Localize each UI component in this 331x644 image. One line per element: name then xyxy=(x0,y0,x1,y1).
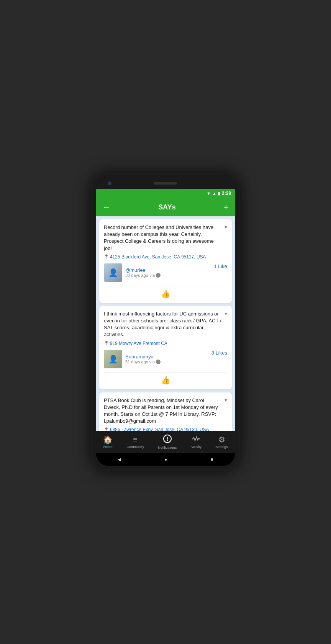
page-title: SAYs xyxy=(158,203,175,211)
back-button[interactable]: ← xyxy=(102,202,111,212)
post-header: PTSA Book Club is reading, Mindset by Ca… xyxy=(104,397,227,425)
like-button-row: 👍 xyxy=(104,286,227,298)
author-meta: 51 days ago via xyxy=(125,360,161,364)
post-text: I think most influencing factors for UC … xyxy=(104,311,221,338)
camera xyxy=(108,181,111,185)
globe-icon xyxy=(156,360,161,364)
location-pin-icon: 📍 xyxy=(104,254,109,259)
nav-label-notifications: Notifications xyxy=(158,446,177,449)
nav-item-home[interactable]: 🏠 Home xyxy=(103,435,113,449)
post-location[interactable]: 📍 4125 Blackford Ave, San Jose, CA 95117… xyxy=(104,254,227,260)
nav-item-community[interactable]: ≡ Community xyxy=(126,435,144,449)
nav-label-home: Home xyxy=(103,445,113,449)
post-footer: 👤 Subramanya 51 days ago via 3 Likes xyxy=(104,350,227,368)
like-button[interactable]: 👍 xyxy=(161,376,170,385)
content-area: Record number of Colleges and Universiti… xyxy=(96,216,235,431)
avatar: 👤 xyxy=(104,350,122,368)
activity-icon xyxy=(192,435,200,444)
add-button[interactable]: + xyxy=(223,202,229,212)
author-name: @murlee xyxy=(125,267,161,273)
wifi-icon: ▼ xyxy=(206,191,211,196)
recents-android-button[interactable]: ■ xyxy=(210,457,213,462)
chevron-down-icon[interactable]: ▾ xyxy=(224,397,227,403)
community-icon: ≡ xyxy=(133,435,138,444)
like-button-row: 👍 xyxy=(104,372,227,385)
post-location[interactable]: 📍 6886 Lawrence Expy, San Jose, CA 95130… xyxy=(104,427,227,431)
location-pin-icon: 📍 xyxy=(104,341,109,346)
author-name: Subramanya xyxy=(125,354,161,360)
svg-text:!: ! xyxy=(167,436,168,442)
post-card: I think most influencing factors for UC … xyxy=(99,306,232,389)
nav-label-community: Community xyxy=(126,445,144,449)
battery-icon: ▮ xyxy=(218,191,220,196)
nav-item-activity[interactable]: Activity xyxy=(191,435,202,449)
nav-label-settings: Settings xyxy=(215,445,228,449)
signal-icon: ▲ xyxy=(212,191,216,196)
status-time: 2:28 xyxy=(222,191,231,196)
chevron-down-icon[interactable]: ▾ xyxy=(224,311,227,317)
globe-icon xyxy=(156,273,161,278)
location-text: 4125 Blackford Ave, San Jose, CA 95117, … xyxy=(110,254,206,260)
post-location[interactable]: 📍 919 Mowry Ave,Fremont CA xyxy=(104,341,227,346)
post-header: I think most influencing factors for UC … xyxy=(104,311,227,338)
likes-count: 1 Like xyxy=(214,263,227,269)
status-bar: ▼ ▲ ▮ 2:28 xyxy=(96,189,235,198)
location-text: 6886 Lawrence Expy, San Jose, CA 95130, … xyxy=(110,427,209,431)
location-text: 919 Mowry Ave,Fremont CA xyxy=(110,341,167,346)
home-android-button[interactable]: ● xyxy=(164,457,167,462)
settings-icon: ⚙ xyxy=(218,435,225,444)
avatar: 👤 xyxy=(104,263,122,282)
phone-frame: ▼ ▲ ▮ 2:28 ← SAYs + Record number of Col… xyxy=(91,173,240,471)
notifications-icon: ! xyxy=(163,435,172,445)
back-android-button[interactable]: ◀ xyxy=(118,457,121,462)
post-text: Record number of Colleges and Universiti… xyxy=(104,224,221,252)
nav-label-activity: Activity xyxy=(191,445,202,449)
nav-item-settings[interactable]: ⚙ Settings xyxy=(215,435,228,449)
bottom-nav: 🏠 Home ≡ Community ! Notifications xyxy=(96,431,235,453)
app-header: ← SAYs + xyxy=(96,198,235,216)
post-card: Record number of Colleges and Universiti… xyxy=(99,219,232,303)
post-text: PTSA Book Club is reading, Mindset by Ca… xyxy=(104,397,221,425)
phone-screen: ▼ ▲ ▮ 2:28 ← SAYs + Record number of Col… xyxy=(96,178,235,466)
post-author: 👤 @murlee 38 days ago via xyxy=(104,263,161,282)
like-button[interactable]: 👍 xyxy=(161,289,170,298)
phone-top-hardware xyxy=(96,178,235,189)
android-nav-bar: ◀ ● ■ xyxy=(96,453,235,466)
author-info: Subramanya 51 days ago via xyxy=(125,354,161,364)
author-meta: 38 days ago via xyxy=(125,273,161,278)
post-footer: 👤 @murlee 38 days ago via 1 Like xyxy=(104,263,227,282)
speaker xyxy=(154,182,177,185)
nav-item-notifications[interactable]: ! Notifications xyxy=(158,435,177,449)
home-icon: 🏠 xyxy=(103,435,113,444)
post-header: Record number of Colleges and Universiti… xyxy=(104,224,227,252)
post-author: 👤 Subramanya 51 days ago via xyxy=(104,350,161,368)
location-pin-icon: 📍 xyxy=(104,427,109,431)
status-icons: ▼ ▲ ▮ 2:28 xyxy=(206,191,231,196)
author-info: @murlee 38 days ago via xyxy=(125,267,161,278)
likes-count: 3 Likes xyxy=(211,350,227,356)
chevron-down-icon[interactable]: ▾ xyxy=(224,224,227,230)
post-card: PTSA Book Club is reading, Mindset by Ca… xyxy=(99,392,232,431)
